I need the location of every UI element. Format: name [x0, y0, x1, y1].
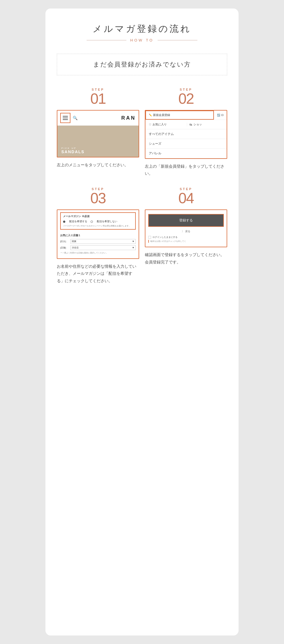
- mock-store-title: お気に入り店舗１: [60, 234, 136, 237]
- step-3-mock-ui: メールマガジン ※必須 配信を希望する 配信を希望しない バースデークーポンやセ…: [57, 210, 139, 258]
- step-2-number: 02: [178, 91, 194, 106]
- chevron-down-icon: ▼: [132, 240, 134, 243]
- stay-login-label: ログインしたままにする: [153, 236, 177, 239]
- steps-grid: STEP 01 🔍 RAN PICK UP SAN: [57, 88, 227, 284]
- step-1-description: 左上のメニューをタップしてください。: [57, 161, 139, 169]
- mock-login-link: ↩️ ロ: [214, 111, 227, 120]
- edit-icon: ✏️: [149, 114, 152, 117]
- radio-yes-label: 配信を希望する: [69, 220, 87, 223]
- step-4-image: 登録する 〉 戻る ログインしたままにする 端末をお使いの方はチェックを外してく: [145, 209, 227, 247]
- step-1-mock-header: 🔍 RAN: [57, 111, 139, 126]
- step-col-1: STEP 01 🔍 RAN PICK UP SAN: [57, 88, 139, 177]
- mock-nav-top: ✏️ 新規会員登録 ↩️ ロ: [145, 111, 227, 120]
- step-2-image: ✏️ 新規会員登録 ↩️ ロ ♡ お気に入り: [145, 110, 227, 159]
- mock-back-link: 〉 戻る: [148, 230, 224, 233]
- mock-shopping-col: 🛍 ショッ: [187, 122, 223, 126]
- step-1-mock-ui: 🔍 RAN PICK UP SANDALS: [57, 111, 139, 157]
- mock-form-section: メールマガジン ※必須 配信を希望する 配信を希望しない バースデークーポンやセ…: [60, 212, 136, 230]
- mock-store-label: [店舗]: [60, 246, 69, 249]
- mock-store-section: お気に入り店舗１ [区分] 関東 ▼ [店舗] 渋谷店: [60, 232, 136, 256]
- step-col-3: STEP 03 メールマガジン ※必須 配信を希望する 配信を希望しない バース…: [57, 187, 139, 284]
- step-2-mock-ui: ✏️ 新規会員登録 ↩️ ロ ♡ お気に入り: [145, 111, 227, 158]
- mock-nav-all: すべてのアイテム: [145, 129, 227, 139]
- mock-nav-apparel: アパレル: [145, 149, 227, 158]
- radio-no-icon: [91, 221, 93, 223]
- hero-main-text: SANDALS: [61, 149, 85, 154]
- how-to-line-left: [87, 40, 126, 40]
- step-3-description: お名前や住所などの必要な情報を入力していただき、メールマガジンは「配信を希望する…: [57, 263, 139, 284]
- hero-sub-text: PICK UP: [61, 147, 76, 149]
- step-4-number: 04: [178, 191, 194, 205]
- step-col-4: STEP 04 登録する 〉 戻る ログインしたままにする 端末をお使いの方はチ…: [145, 187, 227, 284]
- mock-area-row: [区分] 関東 ▼: [60, 239, 136, 244]
- mock-area-select[interactable]: 関東 ▼: [70, 239, 136, 244]
- step-3-number: 03: [90, 191, 106, 205]
- menu-line-1: [63, 116, 68, 117]
- radio-no-label: 配信を希望しない: [97, 220, 117, 223]
- page-title: メルマガ登録の流れ: [57, 23, 227, 35]
- heart-icon: ♡: [149, 123, 151, 126]
- mock-form-title: メールマガジン ※必須: [63, 215, 133, 218]
- stay-login-checkbox[interactable]: [148, 236, 151, 239]
- menu-button-icon: [60, 113, 70, 123]
- menu-line-3: [63, 119, 68, 120]
- mock-shoes-text: シューズ: [149, 142, 161, 146]
- how-to-line-right: [158, 40, 197, 40]
- how-to-text: HOW TO: [130, 38, 154, 42]
- mock-nav-shoes: シューズ: [145, 139, 227, 149]
- mock-register-link: ✏️ 新規会員登録: [145, 111, 214, 120]
- mock-area-label: [区分]: [60, 240, 69, 243]
- mock-radio-row: 配信を希望する 配信を希望しない: [63, 220, 133, 223]
- step-4-mock-ui: 登録する 〉 戻る ログインしたままにする 端末をお使いの方はチェックを外してく: [145, 210, 227, 247]
- step-1-number: 01: [90, 91, 106, 106]
- step-1-image: 🔍 RAN PICK UP SANDALS: [57, 110, 139, 157]
- mock-all-text: すべてのアイテム: [149, 132, 174, 136]
- chevron-down-icon-2: ▼: [132, 246, 134, 249]
- mock-shopping-text: ショッ: [193, 122, 202, 126]
- bag-icon: 🛍: [189, 123, 192, 126]
- section-box: まだ会員登録がお済みでない方: [57, 54, 227, 75]
- mock-store-note: ＊一番よく利用する店舗を最初に選択してください。: [60, 252, 136, 254]
- mock-area-value: 関東: [72, 240, 76, 243]
- radio-yes-icon: [63, 221, 65, 223]
- mock-form-desc: バースデークーポンやセール＆キャンペーン等お得な情報をお届けします。: [63, 225, 133, 227]
- hero-banner: PICK UP SANDALS: [57, 126, 139, 157]
- mock-favorite-text: お気に入り: [153, 122, 167, 126]
- mock-login-text: ロ: [221, 113, 224, 117]
- mock-register-button[interactable]: 登録する: [148, 214, 224, 227]
- mock-nav-favorite-row: ♡ お気に入り 🛍 ショッ: [145, 120, 227, 129]
- page-card: メルマガ登録の流れ HOW TO まだ会員登録がお済みでない方 STEP 01: [45, 9, 239, 635]
- menu-line-2: [63, 118, 68, 118]
- section-box-title: まだ会員登録がお済みでない方: [93, 61, 191, 68]
- brand-logo: RAN: [121, 115, 136, 121]
- mock-checkbox-row: ログインしたままにする: [148, 236, 224, 239]
- search-icon: 🔍: [73, 116, 78, 120]
- step-col-2: STEP 02 ✏️ 新規会員登録 ↩️ ロ: [145, 88, 227, 177]
- login-icon: ↩️: [217, 114, 220, 117]
- mock-apparel-text: アパレル: [149, 151, 161, 155]
- step-2-description: 左上の「新規会員登録」をタップしてください。: [145, 163, 227, 177]
- how-to-label: HOW TO: [57, 38, 227, 42]
- step-4-description: 確認画面で登録するをタップしてください。会員登録完了です。: [145, 251, 227, 265]
- mock-device-note: 端末をお使いの方はチェックを外してく: [148, 240, 224, 243]
- mock-store-value: 渋谷店: [72, 246, 79, 249]
- mock-register-text: 新規会員登録: [153, 113, 170, 117]
- mock-store-row: [店舗] 渋谷店 ▼: [60, 245, 136, 250]
- step-3-image: メールマガジン ※必須 配信を希望する 配信を希望しない バースデークーポンやセ…: [57, 209, 139, 259]
- mock-store-select[interactable]: 渋谷店 ▼: [70, 245, 136, 250]
